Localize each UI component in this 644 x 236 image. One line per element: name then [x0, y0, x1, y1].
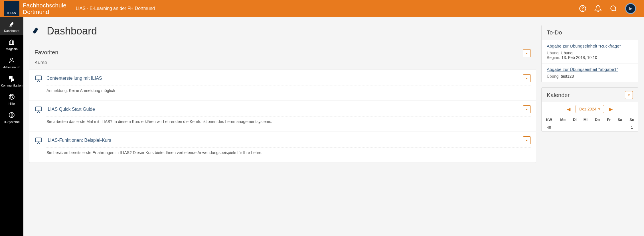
board-icon: [35, 75, 42, 83]
institution-line2: Dortmund: [23, 9, 66, 15]
course-item: ILIAS Quick Start Guide Sie arbeiten das…: [29, 101, 536, 132]
cal-head-day: So: [626, 116, 638, 124]
course-meta: Anmeldung: Keine Anmeldung möglich: [46, 88, 531, 96]
caret-down-icon: [526, 53, 528, 54]
calendar-prev[interactable]: ◀: [566, 106, 572, 112]
cal-day[interactable]: [604, 124, 614, 131]
sidebar: Dashboard Magazin Arbeitsraum Kommunikat…: [0, 17, 23, 236]
calendar-grid: KW Mo Di Mi Do Fr Sa So 48: [542, 116, 638, 131]
sidebar-item-kommunikation[interactable]: Kommunikation: [0, 72, 23, 90]
todo-title: To-Do: [547, 29, 562, 36]
course-link[interactable]: ILIAS Quick Start Guide: [46, 107, 95, 112]
todo-panel: To-Do Abgabe zur Übungseinheit "Rückfrag…: [541, 25, 638, 82]
course-actions-dropdown[interactable]: [523, 74, 531, 82]
sidebar-item-it-systeme[interactable]: IT-Systeme: [0, 108, 23, 126]
favorites-panel: Favoriten Kurse Contenterstellung mit IL…: [29, 45, 536, 163]
globe-icon: [8, 112, 15, 118]
todo-item: Abgabe zur Übungseinheit "abgabe1" Übung…: [542, 63, 638, 82]
lamp-icon: [30, 26, 41, 36]
favorites-title: Favoriten: [35, 49, 58, 56]
svg-line-3: [615, 10, 616, 11]
todo-link[interactable]: Abgabe zur Übungseinheit "Rückfrage": [547, 44, 633, 48]
cal-day[interactable]: [556, 124, 569, 131]
svg-rect-13: [36, 107, 42, 111]
page-head: Dashboard: [29, 25, 536, 37]
cal-day[interactable]: [570, 124, 580, 131]
lifebuoy-icon: [8, 93, 15, 100]
logo-block[interactable]: ILIAS Fachhochschule Dortmund: [0, 0, 66, 17]
svg-rect-14: [36, 138, 42, 142]
cal-head-day: Mo: [556, 116, 569, 124]
sidebar-item-label: Hilfe: [9, 102, 15, 105]
cal-head-day: Mi: [580, 116, 591, 124]
sidebar-item-label: Arbeitsraum: [3, 65, 20, 69]
header-title: ILIAS - E-Learning an der FH Dortmund: [74, 6, 155, 11]
calendar-next[interactable]: ▶: [608, 106, 614, 112]
sidebar-item-dashboard[interactable]: Dashboard: [0, 17, 23, 35]
todo-line: Beginn: 13. Feb 2018, 10:10: [547, 55, 633, 60]
calendar-title: Kalender: [547, 92, 570, 98]
sidebar-item-label: Magazin: [6, 47, 18, 51]
cal-day[interactable]: 1: [626, 124, 638, 131]
todo-link[interactable]: Abgabe zur Übungseinheit "abgabe1": [547, 67, 633, 72]
svg-rect-12: [36, 76, 42, 80]
person-icon: [8, 57, 15, 64]
sidebar-item-label: Dashboard: [4, 29, 19, 32]
svg-point-6: [11, 96, 13, 98]
favorites-dropdown[interactable]: [523, 49, 531, 57]
calendar-nav: ◀ Dez 2024 ▶: [542, 102, 638, 116]
course-link[interactable]: ILIAS-Funktionen: Beispiel-Kurs: [46, 138, 111, 143]
cal-head-day: Fr: [604, 116, 614, 124]
cal-week-num: 48: [542, 124, 556, 131]
cal-day[interactable]: [580, 124, 591, 131]
svg-point-1: [582, 10, 583, 10]
board-icon: [35, 137, 42, 145]
page-title: Dashboard: [47, 25, 97, 37]
sidebar-item-arbeitsraum[interactable]: Arbeitsraum: [0, 54, 23, 72]
favorites-subtitle: Kurse: [35, 60, 58, 65]
calendar-month-selector[interactable]: Dez 2024: [576, 105, 604, 113]
search-icon[interactable]: [610, 5, 617, 12]
course-item: Contenterstellung mit ILIAS Anmeldung: K…: [29, 70, 536, 101]
logo-square: ILIAS: [4, 1, 19, 16]
cal-day[interactable]: [591, 124, 604, 131]
course-actions-dropdown[interactable]: [523, 105, 531, 113]
bank-icon: [8, 39, 15, 46]
sidebar-item-magazin[interactable]: Magazin: [0, 35, 23, 54]
header: ILIAS Fachhochschule Dortmund ILIAS - E-…: [0, 0, 644, 17]
help-icon[interactable]: [579, 5, 586, 12]
caret-down-icon: [526, 140, 528, 141]
institution-name: Fachhochschule Dortmund: [23, 2, 66, 15]
cal-head-day: Di: [570, 116, 580, 124]
calendar-settings-dropdown[interactable]: [625, 91, 633, 99]
cal-head-day: Sa: [614, 116, 626, 124]
course-link[interactable]: Contenterstellung mit ILIAS: [46, 76, 102, 81]
cal-day[interactable]: [614, 124, 626, 131]
cal-head-kw: KW: [542, 116, 556, 124]
course-description: Sie besitzen bereits erste Erfahrungen i…: [46, 150, 531, 158]
lamp-icon: [8, 20, 15, 27]
caret-down-icon: [526, 109, 528, 110]
course-actions-dropdown[interactable]: [523, 136, 531, 144]
course-description: Sie arbeiten das erste Mal mit ILIAS? In…: [46, 119, 531, 127]
caret-down-icon: [526, 78, 528, 79]
calendar-month-label: Dez 2024: [579, 107, 596, 111]
caret-down-icon: [598, 108, 600, 110]
sidebar-item-hilfe[interactable]: Hilfe: [0, 90, 23, 108]
chat-icon: [8, 75, 15, 82]
calendar-panel: Kalender ◀ Dez 2024 ▶ KW Mo Di: [541, 87, 638, 132]
board-icon: [35, 106, 42, 114]
sidebar-item-label: Kommunikation: [1, 84, 23, 87]
todo-line: Übung: test123: [547, 74, 633, 79]
svg-point-2: [611, 6, 615, 11]
todo-line: Übung: Übung: [547, 51, 633, 55]
avatar[interactable]: le: [625, 3, 636, 14]
todo-item: Abgabe zur Übungseinheit "Rückfrage" Übu…: [542, 40, 638, 63]
bell-icon[interactable]: [594, 5, 602, 12]
cal-head-day: Do: [591, 116, 604, 124]
caret-down-icon: [628, 95, 630, 96]
sidebar-item-label: IT-Systeme: [4, 120, 20, 124]
svg-point-4: [11, 58, 13, 60]
course-item: ILIAS-Funktionen: Beispiel-Kurs Sie besi…: [29, 132, 536, 163]
institution-line1: Fachhochschule: [23, 2, 66, 9]
